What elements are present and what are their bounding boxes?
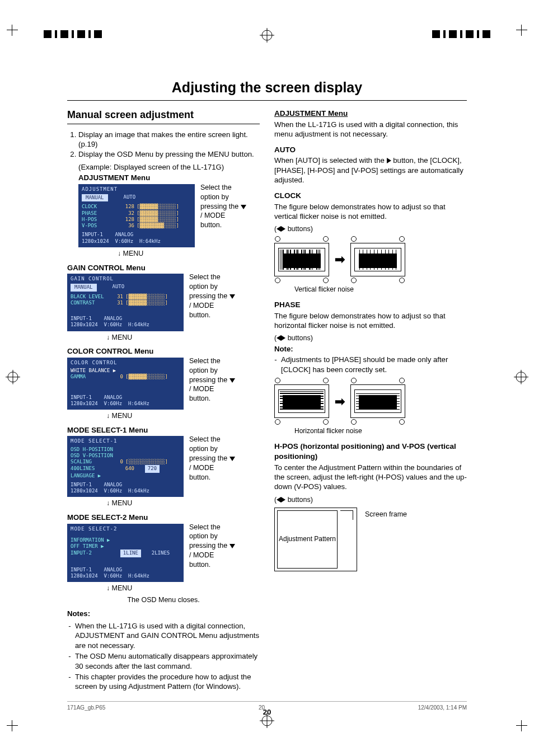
registration-mark-right bbox=[514, 369, 528, 386]
right-arrow-icon bbox=[387, 158, 391, 163]
heading-clock: CLOCK bbox=[274, 191, 467, 201]
clock-diagram: ➡ bbox=[274, 236, 467, 283]
registration-mark-left bbox=[6, 369, 20, 386]
notes-heading: Notes: bbox=[67, 609, 260, 618]
menu-heading-gain: GAIN CONTROL Menu bbox=[67, 263, 260, 273]
note-item: The OSD Menu automatically disappears ap… bbox=[75, 651, 260, 671]
subheading-manual: Manual screen adjustment bbox=[67, 109, 260, 124]
print-footer: 171AG_gb.P65 20 12/4/2003, 1:14 PM bbox=[67, 701, 467, 711]
para-phase: The figure below demonstrates how to adj… bbox=[274, 311, 467, 331]
step-list: Display an image that makes the entire s… bbox=[67, 130, 260, 159]
osd-screenshot-gain: GAIN CONTROL MANUAL AUTO BLACK LEVEL31[▓… bbox=[67, 274, 184, 331]
left-arrow-icon bbox=[277, 335, 281, 341]
right-arrow-icon bbox=[281, 226, 285, 232]
osd-screenshot-adjustment: ADJUSTMENT MANUAL AUTO CLOCK128[▓▓▓▓▓▓░░… bbox=[78, 184, 195, 247]
caption-horizontal-flicker: Horizontal flicker noise bbox=[294, 427, 467, 436]
down-arrow-icon bbox=[229, 457, 235, 461]
note-phase-item: Adjustments to [PHASE] should be made on… bbox=[281, 355, 467, 374]
arrow-right-icon: ➡ bbox=[335, 393, 345, 410]
osd-tab-manual: MANUAL bbox=[82, 194, 108, 201]
heading-auto: AUTO bbox=[274, 145, 467, 155]
left-arrow-icon bbox=[277, 226, 281, 232]
heading-phase: PHASE bbox=[274, 300, 467, 310]
note-item: This chapter provides the procedure how … bbox=[75, 672, 260, 692]
para-auto: When [AUTO] is selected with the button,… bbox=[274, 156, 467, 185]
crop-mark bbox=[516, 25, 527, 36]
para-adjustment: When the LL-171G is used with a digital … bbox=[274, 120, 467, 139]
menu-heading-adjustment: ADJUSTMENT Menu bbox=[78, 173, 260, 182]
frame-diagram: Adjustment Pattern bbox=[274, 508, 357, 571]
menu-heading-mode1: MODE SELECT-1 Menu bbox=[67, 425, 260, 435]
osd-tab-auto: AUTO bbox=[124, 194, 136, 201]
title-rule bbox=[67, 100, 467, 101]
para-hpos: To center the Adjustment Pattern within … bbox=[274, 463, 467, 492]
example-note: (Example: Displayed screen of the LL-171… bbox=[67, 162, 260, 172]
osd-screenshot-color: COLOR CONTROL WHITE BALANCE ▶ GAMMA0[▓▓▓… bbox=[67, 358, 184, 410]
registration-mark-top bbox=[260, 28, 274, 43]
footer-date: 12/4/2003, 1:14 PM bbox=[418, 704, 467, 711]
phase-diagram: ➡ bbox=[274, 378, 467, 425]
osd-screenshot-mode2: MODE SELECT-2 INFORMATION ▶ OFF TIMER ▶ … bbox=[67, 524, 184, 583]
right-arrow-icon bbox=[281, 497, 285, 503]
crop-mark bbox=[7, 720, 18, 731]
crop-bars-left bbox=[44, 30, 102, 38]
crop-bars-right bbox=[432, 30, 490, 38]
heading-adjustment-menu: ADJUSTMENT Menu bbox=[274, 109, 467, 119]
down-arrow-icon bbox=[241, 205, 246, 209]
note-item: When the LL-171G is used with a digital … bbox=[75, 621, 260, 650]
right-arrow-icon bbox=[281, 335, 285, 341]
osd-footer: INPUT-1 ANALOG 1280x1024 V:60Hz H:64kHz bbox=[82, 232, 191, 245]
adjustment-pattern-label: Adjustment Pattern bbox=[277, 510, 338, 569]
footer-file: 171AG_gb.P65 bbox=[67, 704, 105, 711]
menu-heading-color: COLOR CONTROL Menu bbox=[67, 346, 260, 356]
caption-vertical-flicker: Vertical flicker noise bbox=[294, 285, 467, 294]
down-arrow-icon bbox=[229, 378, 235, 383]
left-arrow-icon bbox=[277, 497, 281, 503]
left-column: Manual screen adjustment Display an imag… bbox=[67, 109, 260, 694]
right-column: ADJUSTMENT Menu When the LL-171G is used… bbox=[274, 109, 467, 694]
osd-title: ADJUSTMENT bbox=[82, 186, 191, 192]
note-label: Note: bbox=[274, 344, 467, 354]
heading-hpos-vpos: H-POS (horizontal positioning) and V-POS… bbox=[274, 442, 467, 462]
screen-frame-label: Screen frame bbox=[365, 510, 407, 519]
notes-list: When the LL-171G is used with a digital … bbox=[67, 621, 260, 692]
osd-screenshot-mode1: MODE SELECT-1 OSD H-POSITION OSD V-POSIT… bbox=[67, 436, 184, 497]
menu-close-note: The OSD Menu closes. bbox=[67, 595, 260, 605]
step-1: Display an image that makes the entire s… bbox=[78, 130, 260, 149]
down-arrow-icon bbox=[229, 544, 235, 548]
arrow-right-icon: ➡ bbox=[335, 251, 345, 267]
crop-mark bbox=[7, 25, 18, 36]
down-arrow-icon bbox=[229, 294, 235, 299]
page-title: Adjusting the screen display bbox=[67, 78, 467, 97]
crop-mark bbox=[516, 720, 527, 731]
step-2: Display the OSD Menu by pressing the MEN… bbox=[78, 149, 260, 159]
para-clock: The figure below demonstrates how to adj… bbox=[274, 202, 467, 222]
footer-page: 20 bbox=[259, 704, 265, 711]
menu-heading-mode2: MODE SELECT-2 Menu bbox=[67, 513, 260, 522]
